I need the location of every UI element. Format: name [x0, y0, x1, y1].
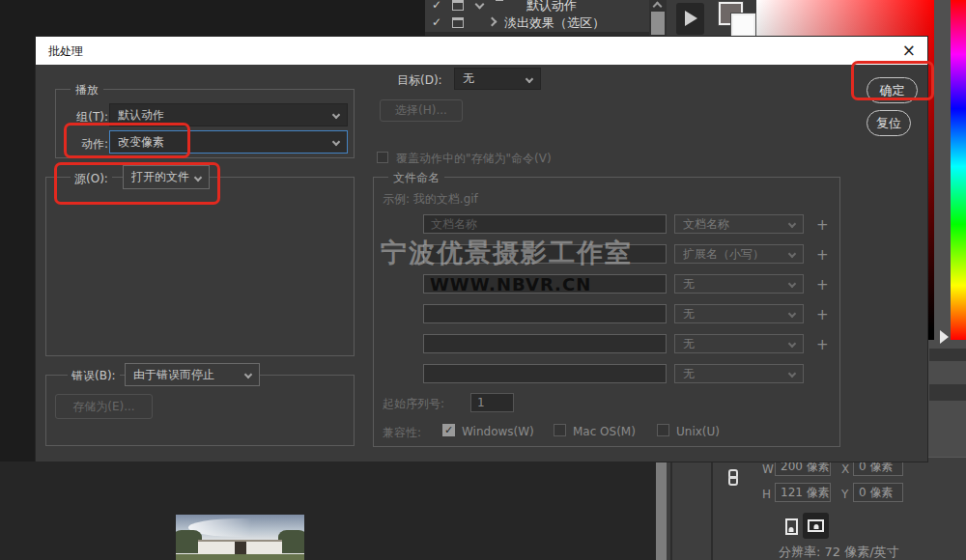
serial-label: 起始序列号:: [383, 396, 444, 412]
modal-toggle-icon[interactable]: [452, 17, 464, 28]
document-thumbnail-image: [176, 515, 304, 560]
item-enabled-check-icon[interactable]: ✓: [432, 15, 441, 29]
compat-macos-label: Mac OS(M): [573, 425, 636, 438]
naming-input-4[interactable]: [423, 304, 667, 323]
item-enabled-check-icon[interactable]: ✓: [432, 0, 441, 12]
chevron-down-icon: [788, 310, 796, 318]
photo-grass: [176, 554, 304, 560]
dialog-titlebar[interactable]: 批处理 ×: [36, 37, 927, 65]
action-name[interactable]: 淡出效果（选区）: [504, 14, 605, 32]
chevron-down-icon: [788, 280, 796, 288]
set-label: 组(T):: [68, 109, 108, 126]
add-row-icon[interactable]: +: [816, 306, 829, 323]
expand-chevron-icon[interactable]: [475, 0, 485, 9]
naming-select-3[interactable]: 无: [674, 274, 804, 294]
set-dropdown-value: 默认动作: [118, 107, 333, 124]
action-dropdown[interactable]: 改变像素: [109, 130, 348, 154]
add-row-icon[interactable]: +: [816, 276, 829, 294]
resolution-text: 分辨率: 72 像素/英寸: [779, 544, 899, 560]
orientation-portrait-button[interactable]: [781, 515, 801, 539]
y-field[interactable]: 0 像素: [853, 483, 903, 502]
file-naming-example: 示例: 我的文档.gif: [383, 191, 478, 208]
naming-select-3-value: 无: [683, 276, 789, 293]
naming-select-4[interactable]: 无: [674, 304, 804, 323]
naming-select-1[interactable]: 文档名称: [674, 214, 804, 234]
naming-select-5[interactable]: 无: [674, 334, 804, 353]
error-dropdown[interactable]: 由于错误而停止: [125, 363, 260, 386]
override-save-as-checkbox[interactable]: [377, 152, 388, 163]
naming-select-2[interactable]: 扩展名（小写）: [674, 244, 804, 264]
override-save-as-label: 覆盖动作中的"存储为"命令(V): [396, 151, 552, 167]
scrollbar-thumb[interactable]: [651, 12, 665, 35]
chevron-down-icon: [332, 111, 340, 119]
source-group: [45, 177, 355, 356]
dialog-title: 批处理: [48, 43, 83, 60]
panel-row-fragment: [929, 384, 966, 401]
actions-toolbar: [667, 0, 756, 37]
compat-windows-label: Windows(W): [462, 425, 534, 438]
panel-row-fragment: [929, 349, 966, 361]
add-row-icon[interactable]: +: [816, 246, 829, 264]
compat-windows-checkbox[interactable]: ✓: [442, 424, 455, 436]
file-naming-legend: 文件命名: [388, 170, 444, 186]
actions-row-fade-effect[interactable]: ✓ 淡出效果（选区）: [425, 13, 650, 31]
naming-input-6[interactable]: [423, 364, 667, 383]
naming-input-1[interactable]: [423, 214, 667, 234]
orientation-landscape-button[interactable]: [803, 513, 829, 539]
chevron-down-icon: [788, 340, 796, 348]
watermark-studio-text: 宁波优景摄影工作室: [381, 236, 633, 270]
choose-button[interactable]: 选择(H)...: [380, 99, 463, 122]
right-panel-fragment: [927, 340, 966, 457]
action-label: 动作:: [68, 136, 108, 153]
portrait-icon: [785, 518, 798, 535]
destination-dropdown-value: 无: [463, 70, 526, 87]
chevron-down-icon: [244, 371, 252, 378]
add-row-icon[interactable]: +: [816, 336, 829, 353]
close-icon[interactable]: ×: [902, 41, 916, 60]
naming-select-6[interactable]: 无: [674, 364, 804, 383]
chevron-down-icon: [788, 370, 796, 378]
save-as-button[interactable]: 存储为(E)...: [55, 394, 153, 419]
naming-select-1-value: 文档名称: [683, 216, 789, 233]
hue-slider[interactable]: [951, 0, 966, 340]
modal-toggle-icon[interactable]: [452, 0, 464, 11]
collapsed-chevron-icon[interactable]: [488, 17, 497, 27]
naming-input-5[interactable]: [423, 334, 667, 353]
photo-cloud: [188, 518, 291, 537]
landscape-icon: [808, 519, 824, 532]
hue-slider-pointer-icon[interactable]: [940, 330, 949, 344]
destination-dropdown[interactable]: 无: [454, 68, 541, 90]
source-label: 源(O):: [71, 171, 112, 187]
naming-select-4-value: 无: [683, 306, 789, 322]
play-button[interactable]: [676, 3, 704, 35]
source-dropdown-value: 打开的文件: [131, 169, 195, 185]
compat-label: 兼容性:: [383, 425, 421, 441]
compat-unix-label: Unix(U): [676, 425, 720, 438]
naming-select-5-value: 无: [683, 336, 789, 352]
set-dropdown[interactable]: 默认动作: [109, 103, 348, 126]
link-dimensions-icon[interactable]: [728, 469, 738, 486]
background-color-swatch[interactable]: [731, 14, 755, 37]
panel-divider: [711, 458, 713, 560]
chevron-down-icon: [788, 250, 796, 258]
height-label: H: [762, 488, 771, 501]
ok-button[interactable]: 确定: [867, 77, 918, 103]
add-row-icon[interactable]: +: [816, 216, 829, 234]
play-icon: [685, 11, 697, 26]
serial-field[interactable]: 1: [470, 393, 514, 412]
destination-label: 目标(D):: [397, 72, 442, 89]
error-label: 错误(B):: [68, 368, 120, 384]
scroll-up-icon[interactable]: [653, 2, 663, 12]
chevron-down-icon: [526, 74, 533, 82]
compat-macos-checkbox[interactable]: [554, 424, 566, 436]
canvas-background: [0, 462, 656, 560]
reset-button[interactable]: 复位: [867, 110, 911, 136]
actions-scrollbar[interactable]: [649, 0, 667, 37]
source-dropdown[interactable]: 打开的文件: [123, 165, 210, 189]
height-field[interactable]: 121 像素: [775, 483, 831, 502]
play-group-legend: 播放: [71, 82, 103, 98]
watermark-url-text: WWW.NBVR.CN: [430, 274, 591, 294]
chevron-down-icon: [194, 173, 202, 181]
vertical-scrollbar[interactable]: [656, 462, 667, 560]
compat-unix-checkbox[interactable]: [657, 424, 669, 436]
